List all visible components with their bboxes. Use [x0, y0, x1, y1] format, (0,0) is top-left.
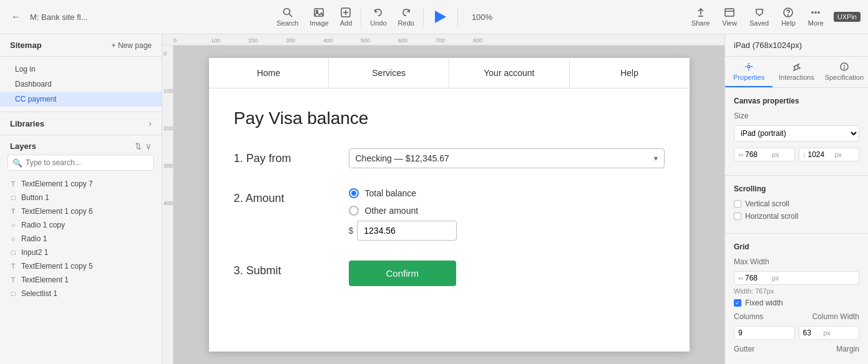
add-tool-button[interactable]: Add: [335, 4, 358, 29]
more-button[interactable]: More: [803, 4, 829, 29]
site-title: M: Bank site fl...: [30, 12, 87, 22]
ruler-mark: 600: [398, 37, 407, 44]
sitemap-item-login[interactable]: Log in: [0, 62, 162, 77]
redo-tool-button[interactable]: Redo: [393, 4, 419, 29]
list-item[interactable]: □ Button 1: [0, 191, 162, 204]
svg-point-17: [844, 69, 844, 69]
nav-item-home[interactable]: Home: [209, 58, 329, 88]
device-size: (768x1024px): [753, 41, 802, 50]
layer-label: TextElement 1 copy 5: [21, 262, 93, 271]
height-arrows-icon: ↕: [803, 151, 806, 158]
image-tool-button[interactable]: Image: [305, 4, 334, 29]
specification-icon: [839, 62, 849, 72]
fixed-width-checkbox[interactable]: ✓: [734, 299, 741, 307]
list-item[interactable]: T TextElement 1: [0, 273, 162, 287]
libraries-expand-icon[interactable]: ›: [149, 118, 152, 128]
layers-search-input[interactable]: [7, 155, 154, 171]
preview-nav: Home Services Your account Help: [209, 58, 690, 89]
layer-list: T TextElement 1 copy 7 □ Button 1 T Text…: [0, 176, 162, 364]
account-dropdown[interactable]: Checking — $12,345.67 ▾: [349, 148, 665, 168]
input-element-icon: □: [9, 248, 17, 257]
columns-pair: px: [734, 326, 859, 340]
search-layers-container: 🔍: [7, 155, 154, 171]
ruler-mark: 100: [211, 37, 220, 44]
view-button[interactable]: View: [717, 4, 742, 29]
help-label: Help: [781, 19, 796, 27]
list-item[interactable]: T TextElement 1 copy 5: [0, 259, 162, 273]
horizontal-scroll-checkbox[interactable]: [734, 213, 741, 220]
nav-item-services[interactable]: Services: [329, 58, 449, 88]
radio-other-amount[interactable]: Other amount: [349, 206, 665, 216]
undo-tool-label: Undo: [370, 19, 386, 27]
button-element-icon: □: [9, 193, 17, 202]
back-button[interactable]: ←: [7, 7, 25, 26]
canvas-scroll: 0 100 200 300 400 Home Services Your acc…: [162, 46, 724, 364]
tab-specification-label: Specification: [825, 74, 864, 81]
tab-interactions[interactable]: Interactions: [773, 57, 820, 87]
width-input[interactable]: [745, 150, 770, 159]
list-item[interactable]: T TextElement 1 copy 7: [0, 177, 162, 191]
nav-item-help[interactable]: Help: [570, 58, 690, 88]
search-tool-button[interactable]: Search: [271, 4, 303, 29]
height-input-box: ↕ px: [799, 148, 860, 161]
tab-properties[interactable]: Properties: [725, 57, 773, 87]
checkmark-icon: ✓: [735, 300, 740, 306]
layers-expand-icon[interactable]: ∨: [145, 141, 152, 151]
fixed-width-row: ✓ Fixed width: [734, 299, 859, 307]
horizontal-scroll-row: Horizontal scroll: [734, 212, 859, 221]
svg-point-11: [812, 12, 813, 13]
layers-sort-icon[interactable]: ⇅: [135, 141, 142, 151]
list-item[interactable]: □ Input2 1: [0, 246, 162, 259]
gutter-label: Gutter: [734, 345, 754, 353]
interactions-icon: [791, 62, 801, 72]
list-item[interactable]: □ Selectlist 1: [0, 287, 162, 300]
list-item[interactable]: ○ Radio 1 copy: [0, 218, 162, 232]
sitemap-item-cc-payment[interactable]: CC payment: [0, 92, 162, 107]
canvas-area: 0 100 200 300 400 500 600 700 800 0 100 …: [162, 34, 724, 364]
size-row: Size: [734, 112, 859, 120]
tab-specification[interactable]: Specification: [821, 57, 868, 87]
ruler-mark-400: 400: [163, 200, 173, 206]
new-page-button[interactable]: + New page: [112, 41, 152, 50]
sitemap-item-dashboard[interactable]: Dashboard: [0, 77, 162, 92]
gutter-margin-row: Gutter Margin: [734, 345, 859, 353]
preview-button[interactable]: [427, 7, 454, 27]
redo-tool-label: Redo: [398, 19, 414, 27]
columns-input[interactable]: [738, 328, 757, 337]
right-tabs: Properties Interactions Specification: [725, 57, 868, 88]
confirm-button[interactable]: Confirm: [349, 261, 457, 286]
ruler-mark: 0: [173, 37, 177, 44]
radio-total-balance[interactable]: Total balance: [349, 188, 665, 198]
column-width-input-box: px: [799, 326, 860, 340]
radio-element-icon: ○: [9, 234, 17, 243]
layer-label: Selectlist 1: [21, 289, 57, 298]
ruler-mark-200: 200: [163, 125, 173, 132]
step1-content: Checking — $12,345.67 ▾: [349, 148, 665, 168]
svg-point-0: [283, 9, 290, 15]
text-element-icon: T: [9, 275, 17, 284]
sitemap-header: Sitemap + New page: [0, 34, 162, 57]
ruler-mark-300: 300: [163, 163, 173, 169]
layer-label: TextElement 1: [21, 275, 69, 284]
height-input[interactable]: [808, 150, 833, 159]
max-width-input[interactable]: [745, 274, 770, 282]
column-width-input[interactable]: [803, 328, 822, 337]
ruler-top: 0 100 200 300 400 500 600 700 800: [162, 34, 724, 46]
nav-item-your-account[interactable]: Your account: [449, 58, 570, 88]
help-button[interactable]: Help: [776, 4, 801, 29]
radio-dot: [351, 191, 356, 196]
share-button[interactable]: Share: [686, 4, 714, 29]
saved-button[interactable]: Saved: [744, 4, 774, 29]
undo-tool-button[interactable]: Undo: [365, 4, 391, 29]
amount-input[interactable]: [357, 221, 457, 241]
list-item[interactable]: T TextElement 1 copy 6: [0, 204, 162, 218]
layers-title: Layers: [10, 141, 36, 151]
left-sidebar: Sitemap + New page Log in Dashboard CC p…: [0, 34, 162, 364]
size-select[interactable]: iPad (portrait): [734, 125, 859, 141]
toolbar-center-tools: Search Image Add Undo Redo 100%: [271, 4, 502, 29]
zoom-level: 100%: [472, 12, 492, 22]
layer-label: TextElement 1 copy 7: [21, 180, 93, 188]
text-element-icon: T: [9, 180, 17, 188]
vertical-scroll-checkbox[interactable]: [734, 200, 741, 208]
list-item[interactable]: ○ Radio 1: [0, 232, 162, 246]
